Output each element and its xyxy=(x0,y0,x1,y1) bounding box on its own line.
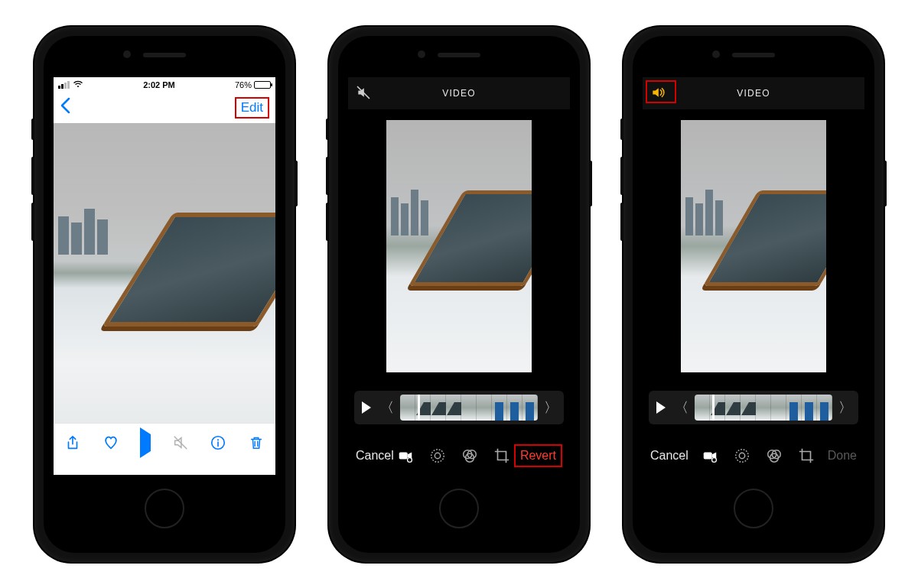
svg-point-4 xyxy=(431,449,444,462)
video-preview[interactable] xyxy=(681,120,826,372)
svg-point-11 xyxy=(736,449,749,462)
svg-point-12 xyxy=(739,453,744,458)
photo-buildings xyxy=(58,195,108,255)
hw-volume-up xyxy=(620,157,623,195)
sound-toggle-icon[interactable] xyxy=(650,85,666,103)
video-preview[interactable] xyxy=(386,120,532,372)
video-mode-icon[interactable] xyxy=(702,447,718,464)
share-icon[interactable] xyxy=(64,434,81,451)
home-button[interactable] xyxy=(145,489,184,528)
media-preview[interactable] xyxy=(54,123,275,423)
filmstrip[interactable] xyxy=(695,395,832,421)
scrubber-playhead[interactable] xyxy=(418,395,420,421)
edit-toolbar: Cancel Done xyxy=(643,437,864,475)
adjust-icon[interactable] xyxy=(734,447,750,464)
adjust-icon[interactable] xyxy=(429,447,446,464)
bottom-toolbar xyxy=(54,423,275,463)
svg-point-5 xyxy=(435,453,441,458)
edit-header: VIDEO xyxy=(348,77,570,109)
hw-volume-down xyxy=(620,203,623,241)
edit-button[interactable]: Edit xyxy=(235,97,269,119)
svg-point-3 xyxy=(408,457,412,462)
edit-toolbar: Cancel Revert xyxy=(348,437,570,475)
hw-power xyxy=(884,161,887,206)
favorite-icon[interactable] xyxy=(103,434,119,451)
edit-mode-title: VIDEO xyxy=(442,88,475,99)
screen-photos-viewer: 2:02 PM 76% Edit xyxy=(54,77,275,475)
cancel-button[interactable]: Cancel xyxy=(650,449,688,463)
svg-point-1 xyxy=(217,439,219,440)
trim-handle-right[interactable]: 〉 xyxy=(837,398,854,417)
status-time: 2:02 PM xyxy=(143,80,175,89)
cancel-button[interactable]: Cancel xyxy=(356,449,394,463)
sound-toggle-icon[interactable] xyxy=(356,85,371,103)
mute-icon[interactable] xyxy=(172,434,189,451)
svg-rect-9 xyxy=(704,452,712,459)
hw-power xyxy=(295,161,298,206)
battery-indicator: 76% xyxy=(235,80,271,89)
trash-icon[interactable] xyxy=(248,434,265,451)
phone-edit-unmuted: VIDEO 〈 〉 Cancel xyxy=(623,27,884,562)
info-icon[interactable] xyxy=(210,434,226,451)
status-bar: 2:02 PM 76% xyxy=(54,77,275,93)
preview-buildings xyxy=(391,185,428,236)
trim-handle-left[interactable]: 〈 xyxy=(673,398,690,417)
scrubber-playhead[interactable] xyxy=(712,395,715,421)
crop-icon[interactable] xyxy=(493,447,510,464)
hw-volume-up xyxy=(31,157,34,195)
trim-scrubber[interactable]: 〈 〉 xyxy=(649,391,858,424)
phone-viewer: 2:02 PM 76% Edit xyxy=(34,27,295,562)
earpiece xyxy=(732,53,775,57)
trim-handle-left[interactable]: 〈 xyxy=(379,398,396,417)
hw-volume-up xyxy=(326,157,329,195)
trim-handle-right[interactable]: 〉 xyxy=(542,398,559,417)
screen-video-edit: VIDEO 〈 〉 Cancel xyxy=(643,77,864,475)
hw-mute-switch xyxy=(620,119,623,140)
edit-header: VIDEO xyxy=(643,77,864,109)
video-mode-icon[interactable] xyxy=(397,447,414,464)
hw-mute-switch xyxy=(31,119,34,140)
home-button[interactable] xyxy=(734,489,773,528)
wifi-icon xyxy=(73,80,83,89)
home-button[interactable] xyxy=(439,489,479,528)
photo-boat-window xyxy=(103,213,275,326)
battery-pct: 76% xyxy=(235,80,252,89)
earpiece xyxy=(438,53,480,57)
edit-mode-title: VIDEO xyxy=(737,88,770,99)
done-button[interactable]: Done xyxy=(828,449,857,463)
play-icon[interactable] xyxy=(140,434,151,452)
filters-icon[interactable] xyxy=(461,447,478,464)
phone-edit-muted: VIDEO 〈 〉 Cancel xyxy=(329,27,589,562)
preview-buildings xyxy=(685,185,723,236)
hw-power xyxy=(589,161,592,206)
svg-point-10 xyxy=(711,457,716,462)
screen-video-edit: VIDEO 〈 〉 Cancel xyxy=(348,77,570,475)
filters-icon[interactable] xyxy=(766,447,783,464)
front-camera xyxy=(123,50,131,58)
hw-volume-down xyxy=(326,203,329,241)
revert-button[interactable]: Revert xyxy=(514,444,562,467)
nav-bar: Edit xyxy=(54,93,275,123)
front-camera xyxy=(712,50,720,58)
earpiece xyxy=(143,53,186,57)
trim-play-icon[interactable] xyxy=(362,401,371,414)
hw-volume-down xyxy=(31,203,34,241)
crop-icon[interactable] xyxy=(798,447,815,464)
cellular-icon xyxy=(58,81,70,89)
trim-play-icon[interactable] xyxy=(656,401,666,414)
filmstrip[interactable] xyxy=(400,395,538,421)
hw-mute-switch xyxy=(326,119,329,140)
svg-rect-2 xyxy=(399,452,408,459)
trim-scrubber[interactable]: 〈 〉 xyxy=(354,391,564,424)
back-button[interactable] xyxy=(60,97,70,119)
front-camera xyxy=(418,50,425,58)
